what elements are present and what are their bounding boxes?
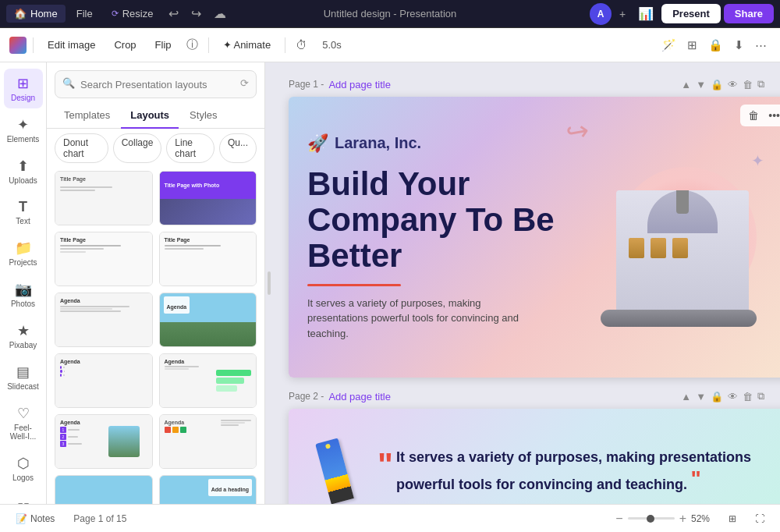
sidebar-item-projects[interactable]: 📁 Projects	[4, 233, 43, 273]
layouts-panel: 🔍 ⟳ Templates Layouts Styles Donut chart…	[47, 62, 265, 504]
grid-icon[interactable]: ⊞	[683, 34, 701, 56]
close-quote-mark: "	[690, 466, 700, 491]
chip-linechart[interactable]: Line chart	[166, 133, 214, 163]
slide-1-content: ↪ 🚀 Larana, Inc. Build Your Company To B…	[289, 97, 780, 378]
collapse-indicator	[268, 271, 271, 295]
slide-subtext: It serves a variety of purposes, making …	[307, 296, 526, 342]
layout-card-1[interactable]: Title Page	[55, 171, 153, 225]
add-button[interactable]: +	[615, 5, 630, 23]
chip-more[interactable]: Qu...	[219, 133, 257, 163]
slide-2[interactable]: " It serves a variety of purposes, makin…	[289, 409, 780, 504]
tab-layouts[interactable]: Layouts	[121, 103, 179, 129]
layout-card-11[interactable]: Add a heading	[55, 475, 153, 504]
cloud-save-icon[interactable]: ☁	[209, 3, 231, 24]
fullscreen-button[interactable]: ⛶	[749, 511, 771, 527]
flip-button[interactable]: Flip	[147, 35, 179, 55]
slidecast-icon: ▤	[16, 364, 30, 381]
edit-image-button[interactable]: Edit image	[40, 35, 103, 55]
page-lock-icon[interactable]: 🔒	[711, 79, 723, 90]
pencil-body	[315, 438, 354, 504]
building-main	[616, 190, 749, 315]
sidebar-item-pixabay[interactable]: ★ Pixabay	[4, 316, 43, 356]
divider-2	[208, 37, 209, 53]
tab-templates[interactable]: Templates	[55, 103, 119, 129]
window-2	[651, 238, 666, 258]
page-down-icon[interactable]: ▼	[696, 79, 706, 90]
building-dome	[647, 190, 718, 233]
page-2-title-link[interactable]: Add page title	[328, 391, 391, 403]
info-icon[interactable]: ⓘ	[183, 34, 202, 56]
page-duplicate-icon[interactable]: ⧉	[757, 78, 764, 90]
menu-file[interactable]: File	[69, 5, 101, 23]
slide-1[interactable]: 🗑 ••• ↪ 🚀 Larana, Inc. Build Your Compan…	[289, 97, 780, 378]
zoom-slider[interactable]	[628, 517, 675, 520]
sidebar-item-apps[interactable]: ⚏ Apps	[4, 490, 43, 504]
page2-eye-icon[interactable]: 👁	[728, 391, 738, 403]
layout-card-9[interactable]: Agenda 1 2 3	[55, 414, 153, 469]
bottom-bar: 📝 Notes Page 1 of 15 − + 52% ⊞ ⛶	[0, 504, 780, 532]
page-1-title-link[interactable]: Add page title	[328, 79, 391, 90]
grid-view-button[interactable]: ⊞	[722, 511, 743, 527]
page2-duplicate-icon[interactable]: ⧉	[757, 390, 764, 403]
page-delete-icon[interactable]: 🗑	[743, 79, 753, 90]
search-clear-icon[interactable]: ⟳	[240, 77, 249, 89]
share-button[interactable]: Share	[724, 4, 774, 23]
panel-collapse-handle[interactable]	[265, 62, 273, 504]
more-options-icon[interactable]: ⋯	[751, 34, 771, 56]
layouts-grid: Title Page Title Page with Photo	[47, 168, 264, 504]
layout-card-12[interactable]: Add a heading	[159, 475, 257, 504]
sidebar-item-feelwell[interactable]: ♡ Feel-Well-I...	[4, 399, 43, 447]
text-icon: T	[19, 199, 27, 215]
layout-card-10[interactable]: Agenda	[159, 414, 257, 469]
layout-card-5[interactable]: Agenda	[55, 293, 153, 347]
sidebar-item-logos[interactable]: ⬡ Logos	[4, 449, 43, 488]
bar-chart-icon[interactable]: 📊	[633, 3, 658, 24]
building-illustration: ✦	[593, 144, 780, 331]
avatar[interactable]: A	[590, 3, 612, 25]
page-up-icon[interactable]: ▲	[681, 79, 691, 90]
tab-styles[interactable]: Styles	[180, 103, 226, 129]
projects-icon: 📁	[15, 239, 32, 257]
page-2-header: Page 2 - Add page title ▲ ▼ 🔒 👁 🗑 ⧉	[289, 390, 764, 403]
page-eye-icon[interactable]: 👁	[728, 79, 738, 90]
zoom-out-icon[interactable]: −	[615, 512, 622, 526]
page2-delete-icon[interactable]: 🗑	[743, 391, 753, 403]
layout-card-3[interactable]: Title Page	[55, 232, 153, 286]
layout-card-8[interactable]: Agenda	[159, 353, 257, 408]
menu-home[interactable]: 🏠 Home	[6, 5, 66, 23]
fullscreen-icon: ⛶	[755, 513, 764, 524]
slide-headline[interactable]: Build Your Company To Be Better	[307, 166, 558, 275]
menu-resize[interactable]: ⟳ Resize	[104, 5, 161, 23]
color-picker[interactable]	[9, 37, 27, 54]
page2-up-icon[interactable]: ▲	[681, 391, 691, 403]
layout-card-7[interactable]: Agenda	[55, 353, 153, 408]
page-2-label: Page 2 -	[289, 391, 324, 402]
sidebar-item-photos[interactable]: 📷 Photos	[4, 275, 43, 314]
chip-donut[interactable]: Donut chart	[55, 133, 108, 163]
sidebar-item-design[interactable]: ⊞ Design	[4, 69, 43, 108]
undo-button[interactable]: ↩	[164, 3, 183, 24]
sidebar-item-uploads[interactable]: ⬆ Uploads	[4, 151, 43, 191]
search-input[interactable]	[55, 70, 257, 98]
sidebar: ⊞ Design ✦ Elements ⬆ Uploads T Text 📁 P…	[0, 62, 47, 504]
magic-wand-icon[interactable]: 🪄	[658, 34, 680, 56]
notes-button[interactable]: 📝 Notes	[9, 511, 61, 527]
layout-card-6[interactable]: Agenda	[159, 293, 257, 347]
page2-lock-icon[interactable]: 🔒	[711, 391, 723, 403]
sidebar-item-slidecast[interactable]: ▤ Slidecast	[4, 357, 43, 397]
animate-button[interactable]: ✦ Animate	[215, 35, 279, 55]
present-button[interactable]: Present	[661, 4, 721, 23]
sidebar-item-elements[interactable]: ✦ Elements	[4, 110, 43, 150]
layout-card-2[interactable]: Title Page with Photo	[159, 171, 257, 225]
elements-icon: ✦	[17, 116, 29, 133]
sidebar-item-text[interactable]: T Text	[4, 193, 43, 232]
zoom-in-icon[interactable]: +	[679, 512, 686, 526]
chip-collage[interactable]: Collage	[113, 133, 162, 163]
download-icon[interactable]: ⬇	[730, 34, 748, 56]
crop-button[interactable]: Crop	[106, 35, 144, 55]
layout-card-4[interactable]: Title Page	[159, 232, 257, 286]
grid-view-icon: ⊞	[729, 513, 736, 524]
page2-down-icon[interactable]: ▼	[696, 391, 706, 403]
lock-icon[interactable]: 🔒	[704, 34, 727, 56]
redo-button[interactable]: ↪	[186, 3, 206, 24]
